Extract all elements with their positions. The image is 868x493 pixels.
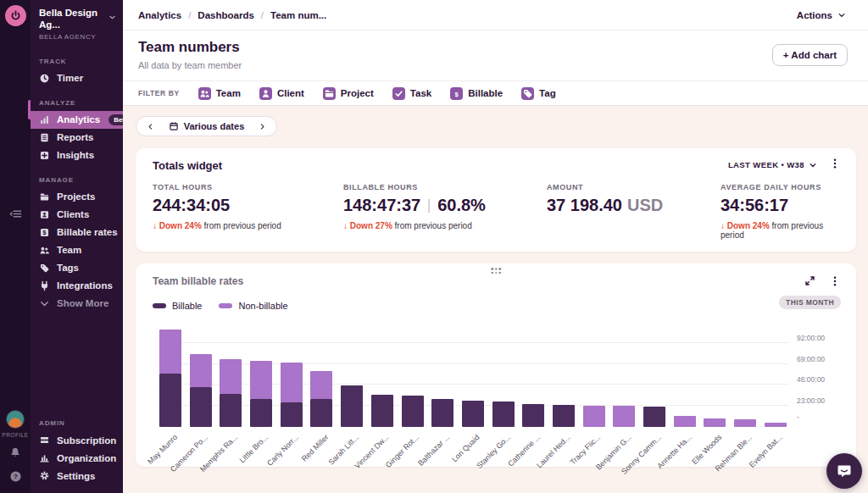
y-axis-tick: 92:00:00 bbox=[797, 334, 825, 342]
filter-chip-label: Client bbox=[277, 88, 304, 98]
x-axis-label: Tracy Flic... bbox=[583, 430, 605, 478]
metric-label: AMOUNT bbox=[547, 183, 721, 191]
bar-segment-billable bbox=[341, 385, 363, 427]
sidebar-item-label: Projects bbox=[57, 191, 95, 202]
calendar-icon bbox=[169, 121, 179, 131]
bar-segment-billable bbox=[190, 387, 212, 427]
sidebar-item-projects[interactable]: Projects bbox=[31, 188, 123, 206]
analytics-icon bbox=[39, 114, 50, 125]
x-axis-label: Elle Woods bbox=[704, 430, 726, 478]
x-axis-label: Laurel Hed... bbox=[553, 430, 575, 478]
period-selector[interactable]: LAST WEEK • W38 bbox=[728, 160, 817, 169]
timer-icon bbox=[39, 73, 50, 84]
y-axis-tick: 23:00:00 bbox=[797, 396, 825, 405]
date-range-picker[interactable]: Various dates bbox=[136, 116, 277, 136]
support-chat-button[interactable] bbox=[826, 453, 862, 489]
x-axis-label: Little Bro... bbox=[250, 430, 272, 478]
insights-icon bbox=[39, 150, 50, 161]
bar-segment-billable bbox=[431, 399, 453, 427]
notifications-bell-icon[interactable] bbox=[9, 446, 21, 462]
chevron-down-icon bbox=[39, 298, 50, 309]
bar-segment-non-billable bbox=[704, 418, 726, 427]
x-axis-label: Memphis Ra... bbox=[220, 430, 242, 478]
sidebar-item-clients[interactable]: Clients bbox=[31, 206, 123, 224]
chart-widget-menu-icon[interactable] bbox=[829, 275, 841, 287]
sidebar-item-settings[interactable]: Settings bbox=[31, 467, 123, 485]
bar-ginger-rot bbox=[402, 396, 424, 427]
totals-widget-menu-icon[interactable] bbox=[829, 158, 841, 173]
sidebar-item-timer[interactable]: Timer bbox=[31, 69, 123, 87]
x-axis-label: Annette Ha... bbox=[674, 430, 696, 478]
x-axis-label: Red Miller bbox=[310, 430, 332, 478]
metric-delta: ↓ Down 24% from previous period bbox=[153, 221, 343, 230]
expand-widget-icon[interactable] bbox=[804, 275, 815, 287]
bar-segment-non-billable bbox=[765, 423, 787, 427]
workspace-name: Bella Design Ag... bbox=[39, 8, 105, 31]
legend-item-non-billable[interactable]: Non-billable bbox=[219, 301, 287, 311]
metric-unit: USD bbox=[627, 196, 663, 215]
sidebar-item-show-more[interactable]: Show More bbox=[31, 295, 123, 313]
metric-total-hours: TOTAL HOURS244:34:05↓ Down 24% from prev… bbox=[153, 183, 343, 240]
bar-catherine bbox=[522, 404, 544, 427]
range-badge: THIS MONTH bbox=[779, 296, 841, 309]
sidebar-item-label: Organization bbox=[57, 453, 116, 463]
toggl-logo-icon[interactable] bbox=[5, 5, 26, 26]
check-icon bbox=[392, 87, 405, 100]
workspace-switcher[interactable]: Bella Design Ag... BELLA AGENCY bbox=[31, 0, 123, 46]
collapse-sidebar-icon[interactable] bbox=[9, 208, 22, 224]
bar-segment-non-billable bbox=[250, 361, 272, 398]
widget-drag-handle-icon[interactable] bbox=[491, 268, 501, 274]
sidebar-item-reports[interactable]: Reports bbox=[31, 129, 123, 147]
sidebar-item-integrations[interactable]: Integrations bbox=[31, 277, 123, 295]
metric-average-daily-hours: AVERAGE DAILY HOURS34:56:17↓ Down 24% fr… bbox=[721, 183, 841, 240]
bar-segment-non-billable bbox=[734, 419, 756, 427]
sidebar-item-subscription[interactable]: Subscription bbox=[31, 431, 123, 449]
sidebar-item-tags[interactable]: Tags bbox=[31, 259, 123, 277]
workspace-org: BELLA AGENCY bbox=[39, 33, 105, 41]
x-axis-label: Evelyn Bat... bbox=[765, 430, 787, 478]
breadcrumb-separator: / bbox=[188, 10, 191, 20]
bar-benjamin-g bbox=[613, 406, 635, 427]
breadcrumb-analytics[interactable]: Analytics bbox=[138, 10, 181, 20]
filter-chip-team[interactable]: Team bbox=[198, 87, 241, 100]
legend-item-billable[interactable]: Billable bbox=[153, 301, 202, 311]
filter-chip-project[interactable]: Project bbox=[323, 87, 374, 100]
bar-segment-non-billable bbox=[159, 330, 181, 374]
actions-menu-button[interactable]: Actions bbox=[797, 10, 846, 20]
bar-segment-billable bbox=[492, 402, 515, 427]
filter-chip-task[interactable]: Task bbox=[392, 87, 431, 100]
y-axis-tick: 46:00:00 bbox=[797, 375, 825, 384]
filter-chip-tag[interactable]: Tag bbox=[521, 87, 556, 100]
metric-label: TOTAL HOURS bbox=[153, 183, 343, 191]
sidebar-item-insights[interactable]: Insights bbox=[31, 147, 123, 164]
sidebar-item-label: Clients bbox=[57, 209, 89, 219]
bar-chart-plot: 92:00:0069:00:0046:00:0023:00:00- bbox=[158, 323, 788, 427]
period-label: LAST WEEK • W38 bbox=[728, 160, 804, 169]
breadcrumb-dashboards[interactable]: Dashboards bbox=[198, 10, 253, 20]
svg-text:$: $ bbox=[43, 230, 47, 236]
metric-billable-hours: BILLABLE HOURS148:47:3760.8%↓ Down 27% f… bbox=[343, 183, 547, 240]
sidebar-item-label: Analytics bbox=[57, 114, 100, 125]
bar-memphis-ra bbox=[220, 359, 242, 427]
next-period-icon[interactable] bbox=[257, 121, 268, 132]
filter-by-label: FILTER BY bbox=[138, 89, 180, 97]
prev-period-icon[interactable] bbox=[145, 121, 156, 132]
reports-icon bbox=[39, 132, 50, 143]
bar-laurel-hed bbox=[553, 405, 575, 427]
filter-chip-billable[interactable]: $Billable bbox=[450, 87, 503, 100]
sidebar-item-team[interactable]: Team bbox=[31, 241, 123, 259]
sidebar-item-organization[interactable]: Organization bbox=[31, 449, 123, 467]
metric-amount: AMOUNT37 198.40USD bbox=[547, 183, 721, 240]
avatar[interactable] bbox=[6, 410, 25, 429]
filter-chip-label: Billable bbox=[468, 88, 503, 98]
sidebar-item-billable-rates[interactable]: $Billable rates bbox=[31, 224, 123, 241]
bar-segment-billable bbox=[371, 395, 393, 427]
bar-rehman-ble bbox=[734, 419, 756, 427]
add-chart-button[interactable]: + Add chart bbox=[772, 44, 848, 66]
filter-chip-label: Project bbox=[341, 88, 374, 98]
sidebar-item-analytics[interactable]: AnalyticsBeta bbox=[31, 111, 123, 129]
bar-segment-billable bbox=[553, 405, 575, 427]
filter-chip-client[interactable]: Client bbox=[259, 87, 304, 100]
help-icon[interactable]: ? bbox=[9, 470, 22, 486]
bar-stanley-go bbox=[492, 402, 515, 427]
